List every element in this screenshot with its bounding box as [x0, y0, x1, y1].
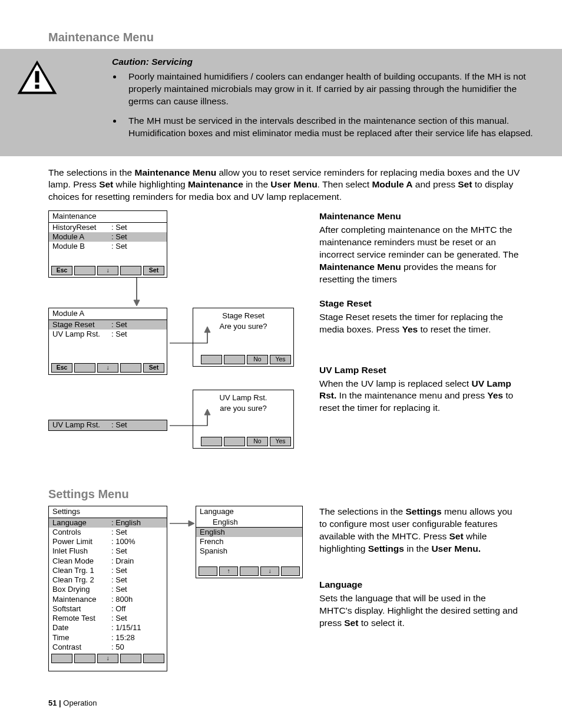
blank-button: [224, 437, 245, 446]
set-button[interactable]: Set: [143, 363, 164, 373]
up-arrow-button[interactable]: [219, 566, 238, 576]
menu-row[interactable]: Maintenance: 800h: [49, 595, 167, 604]
section-heading-maintenance: Maintenance Menu: [48, 29, 521, 45]
no-button[interactable]: No: [247, 437, 268, 446]
blank-button: [143, 654, 164, 663]
menu-row[interactable]: Date: 1/15/11: [49, 623, 167, 633]
settings-panel: Settings Language: EnglishControls: SetP…: [48, 506, 167, 671]
menu-row[interactable]: Module B: Set: [49, 242, 167, 251]
section-heading-settings: Settings Menu: [48, 486, 521, 502]
stage-reset-desc: Stage Reset Stage Reset resets the timer…: [319, 298, 521, 336]
confirm-line: UV Lamp Rst.: [193, 393, 293, 403]
yes-button[interactable]: Yes: [270, 437, 291, 446]
yes-button[interactable]: Yes: [270, 355, 291, 364]
menu-row[interactable]: Clean Mode: Drain: [49, 556, 167, 566]
menu-row-selected[interactable]: Stage Reset: Set: [49, 320, 167, 330]
blank-button: [74, 363, 95, 373]
blank-button: [120, 266, 141, 275]
menu-row[interactable]: Contrast: 50: [49, 643, 167, 652]
blank-button: [201, 437, 222, 446]
menu-row[interactable]: Box Drying: Set: [49, 585, 167, 594]
settings-intro: The selections in the Settings menu allo…: [319, 506, 521, 555]
menu-row[interactable]: Softstart: Off: [49, 604, 167, 614]
svg-marker-4: [134, 300, 140, 306]
uv-lamp-reset-desc: UV Lamp Reset When the UV lamp is replac…: [319, 364, 521, 415]
blank-button: [240, 566, 259, 576]
confirm-line: are you sure?: [193, 403, 293, 414]
caution-bullet: The MH must be serviced in the intervals…: [123, 115, 540, 140]
menu-row-selected[interactable]: Module A: Set: [49, 232, 167, 242]
svg-rect-2: [35, 71, 39, 83]
module-a-panel: Module A Stage Reset: Set UV Lamp Rst.: …: [48, 308, 167, 375]
page-footer: 51 | Operation: [48, 698, 521, 709]
menu-row-selected[interactable]: UV Lamp Rst.: Set: [49, 420, 167, 430]
menu-row[interactable]: Controls: Set: [49, 528, 167, 537]
panel-title: Language: [196, 506, 302, 517]
blank-button: [74, 266, 95, 275]
blank-button: [201, 355, 222, 364]
menu-row[interactable]: Spanish: [196, 546, 302, 556]
menu-row[interactable]: Time: 15:28: [49, 633, 167, 643]
down-arrow-button[interactable]: [97, 363, 118, 373]
menu-row[interactable]: UV Lamp Rst.: Set: [49, 330, 167, 339]
caution-box: Caution: Servicing Poorly maintained hum…: [0, 49, 562, 156]
menu-row[interactable]: Clean Trg. 1: Set: [49, 566, 167, 575]
blank-button: [120, 363, 141, 373]
menu-row[interactable]: Remote Test: Set: [49, 614, 167, 623]
menu-row-selected[interactable]: English: [196, 528, 302, 537]
warning-icon: [11, 56, 58, 147]
menu-row[interactable]: Power Limit: 100%: [49, 537, 167, 546]
maintenance-menu-desc: Maintenance Menu After completing mainte…: [319, 210, 521, 286]
set-button[interactable]: Set: [143, 266, 164, 275]
blank-button: [199, 566, 217, 576]
down-arrow-button[interactable]: [97, 266, 118, 275]
esc-button[interactable]: Esc: [51, 363, 72, 373]
blank-button: [51, 654, 72, 663]
blank-button: [224, 355, 245, 364]
blank-button: [120, 654, 141, 663]
down-arrow-button[interactable]: [260, 566, 279, 576]
confirm-line: Are you sure?: [193, 321, 293, 332]
menu-row-selected[interactable]: Language: English: [49, 518, 167, 528]
uv-lamp-row-panel: UV Lamp Rst.: Set: [48, 420, 167, 430]
menu-row[interactable]: Inlet Flush: Set: [49, 546, 167, 556]
language-desc: Language Sets the language that will be …: [319, 579, 521, 630]
maintenance-panel: Maintenance HistoryReset: Set Module A: …: [48, 210, 167, 278]
panel-title: Settings: [49, 506, 167, 517]
down-arrow-button[interactable]: [97, 654, 118, 663]
blank-button: [281, 566, 300, 576]
uv-lamp-reset-confirm: UV Lamp Rst. are you sure? No Yes: [193, 390, 294, 449]
panel-title: Maintenance: [49, 211, 167, 222]
caution-bullet: Poorly maintained humidifiers / coolers …: [123, 71, 540, 108]
language-panel: Language English English French Spanish: [196, 506, 303, 578]
menu-row[interactable]: Clean Trg. 2: Set: [49, 575, 167, 585]
blank-button: [74, 654, 95, 663]
esc-button[interactable]: Esc: [51, 266, 72, 275]
svg-rect-3: [35, 85, 39, 89]
no-button[interactable]: No: [247, 355, 268, 364]
panel-title: Module A: [49, 308, 167, 319]
menu-row[interactable]: French: [196, 537, 302, 546]
menu-row: English: [196, 518, 302, 527]
intro-paragraph: The selections in the Maintenance Menu a…: [48, 167, 521, 204]
stage-reset-confirm: Stage Reset Are you sure? No Yes: [193, 308, 294, 367]
svg-marker-7: [189, 521, 194, 526]
caution-heading: Caution: Servicing: [77, 56, 540, 68]
confirm-line: Stage Reset: [193, 311, 293, 321]
menu-row[interactable]: HistoryReset: Set: [49, 223, 167, 232]
